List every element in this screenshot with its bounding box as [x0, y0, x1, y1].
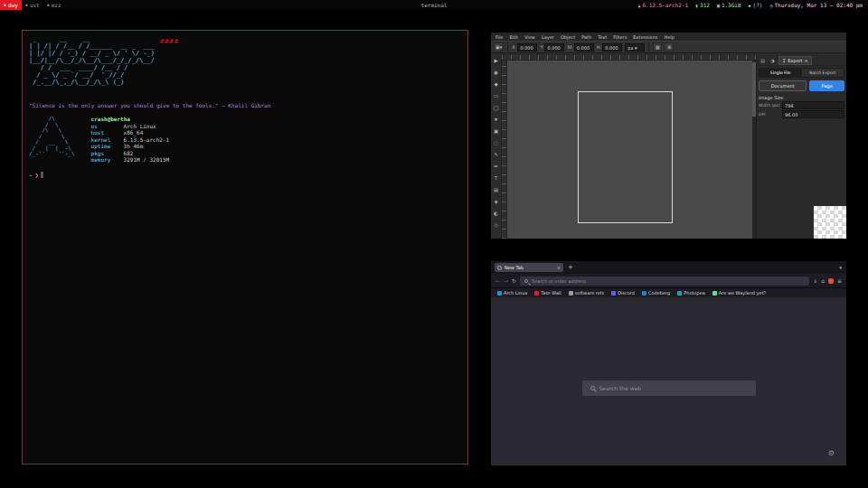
newtab-search-bar[interactable]: Search the web: [582, 380, 756, 396]
grid-toggle-button[interactable]: ▦: [653, 42, 662, 52]
bookmark-favicon: [569, 291, 573, 296]
status-battery-label: 312: [700, 2, 710, 8]
bookmark-label: Are we Wayland yet?: [719, 290, 766, 296]
tab-new-tab[interactable]: New Tab ×: [495, 263, 563, 272]
new-tab-page: Search the web ⚙: [491, 297, 846, 465]
fetch-info: crash@bertha osArch Linux hostx86_64 ker…: [91, 116, 170, 164]
y-coordinate-field[interactable]: Y: 0.000: [540, 43, 564, 52]
menu-help[interactable]: Help: [664, 34, 674, 40]
tag-label: ust: [30, 2, 40, 8]
terminal-cursor: [41, 172, 43, 178]
newtab-search-placeholder: Search the web: [599, 385, 642, 391]
dialog-icon-b[interactable]: ◑: [769, 56, 777, 64]
back-button[interactable]: ←: [495, 277, 500, 284]
bookmark-favicon: [611, 291, 616, 296]
inkscape-window[interactable]: File Edit View Layer Object Path Text Fi…: [491, 33, 846, 239]
ublock-extension-icon[interactable]: [828, 278, 834, 284]
inkscape-main-area: ▶ ◉ ◆ ▭ ◯ ★ ▣ ◌ ✎ ✏ T ▤ ◈ ◐ ◇ ▤ ◑ ↧ Expo…: [491, 55, 846, 239]
export-tab[interactable]: ↧ Export ×: [778, 56, 812, 65]
reload-button[interactable]: ↻: [512, 277, 516, 284]
inkscape-canvas[interactable]: [502, 55, 756, 239]
document-button[interactable]: Document: [759, 80, 807, 91]
export-width-row: Width (px) 794: [759, 101, 844, 109]
home-button[interactable]: ⌂: [821, 277, 825, 284]
tool-icons-column[interactable]: ▶ ◉ ◆ ▭ ◯ ★ ▣ ◌ ✎ ✏ T ▤ ◈ ◐ ◇: [491, 55, 501, 231]
terminal-content: _ __ __ | | /| / /__ / /______ __ _ ___ …: [23, 31, 467, 183]
status-clock-label: Thursday, Mar 13 — 02:40 pm: [774, 2, 863, 8]
status-battery: ▮ 312: [695, 2, 710, 8]
units-value[interactable]: px ▾: [625, 43, 645, 52]
prompt-symbol: ❯: [35, 172, 39, 178]
navigation-toolbar: ← → ↻ Search or enter address ↓ ⌂ ≡: [491, 274, 846, 287]
bookmark-favicon: [497, 291, 502, 296]
bookmark-discord[interactable]: Discord: [611, 290, 635, 296]
bookmark-tate-wall[interactable]: Tate Wall: [534, 290, 561, 296]
workspace-tag-ust[interactable]: ▪ ust: [22, 0, 43, 10]
page-button[interactable]: Page: [809, 80, 844, 91]
tag-icon: ▪: [25, 3, 28, 7]
single-file-tab[interactable]: Single File: [760, 69, 802, 77]
menu-path[interactable]: Path: [581, 34, 591, 40]
menu-filters[interactable]: Filters: [613, 34, 627, 40]
terminal-window[interactable]: _ __ __ | | /| / /__ / /______ __ _ ___ …: [22, 30, 468, 465]
toolbar-separator: [648, 42, 649, 52]
snap-toggle-button[interactable]: ⊞: [665, 42, 674, 52]
menu-view[interactable]: View: [524, 34, 535, 40]
personalize-gear-icon[interactable]: ⚙: [828, 449, 835, 457]
batch-export-tab[interactable]: Batch Export: [802, 69, 844, 77]
image-size-heading: Image Size: [759, 95, 844, 100]
document-page-border[interactable]: [578, 91, 673, 223]
status-modules: ▲ 6.13.5-arch2-1 ▮ 312 ▦ 1.3GiB ◆ (?) ◷ …: [637, 2, 868, 8]
x-value[interactable]: 0.000: [517, 43, 537, 52]
bookmark-software-refs[interactable]: software refs: [569, 290, 604, 296]
h-value[interactable]: 0.000: [602, 43, 622, 52]
menu-text[interactable]: Text: [598, 34, 607, 40]
w-value[interactable]: 0.000: [574, 43, 594, 52]
shell-prompt[interactable]: ~ ❯: [29, 172, 461, 178]
bookmark-codeberg[interactable]: Codeberg: [642, 290, 670, 296]
width-px-input[interactable]: 794: [782, 101, 844, 109]
fetch-label: host: [91, 129, 124, 136]
menu-layer[interactable]: Layer: [542, 34, 554, 40]
menu-extensions[interactable]: Extensions: [633, 34, 657, 40]
inkscape-toolbox[interactable]: ▶ ◉ ◆ ▭ ◯ ★ ▣ ◌ ✎ ✏ T ▤ ◈ ◐ ◇: [491, 55, 502, 239]
arch-icon: ▲: [637, 3, 640, 8]
fetch-row-os: osArch Linux: [91, 123, 170, 130]
bookmark-photopea[interactable]: Photopea: [677, 290, 705, 296]
arch-ascii-logo: /\ / \ /\ \ / \ / __ \ / | | -\ /_-'' ''…: [29, 116, 75, 164]
y-value[interactable]: 0.000: [544, 43, 564, 52]
export-preview-checkerboard: [814, 206, 846, 239]
menu-object[interactable]: Object: [561, 34, 575, 40]
bookmark-arch-linux[interactable]: Arch Linux: [497, 290, 527, 296]
dpi-input[interactable]: 96.00: [782, 110, 844, 118]
ascii-art-accent: ####: [160, 38, 179, 45]
bookmark-are-we-wayland-yet[interactable]: Are we Wayland yet?: [712, 290, 766, 296]
menu-button[interactable]: ≡: [837, 277, 842, 284]
width-field[interactable]: W: 0.000: [567, 43, 593, 52]
list-all-tabs-icon[interactable]: ▾: [839, 265, 842, 270]
forward-button[interactable]: →: [504, 277, 508, 284]
menu-file[interactable]: File: [495, 34, 503, 40]
address-bar[interactable]: Search or enter address: [520, 277, 809, 286]
address-bar-placeholder: Search or enter address: [532, 278, 586, 284]
new-tab-button[interactable]: +: [568, 264, 573, 271]
workspace-tag-mzz[interactable]: ▪ mzz: [43, 0, 65, 10]
select-mode-button[interactable]: ▣ ▾: [494, 42, 504, 52]
close-icon[interactable]: ×: [805, 58, 808, 63]
workspace-tag-dwy[interactable]: ▪ dwy: [0, 0, 22, 10]
bookmark-label: Photopea: [684, 290, 705, 296]
search-icon: [590, 386, 595, 390]
menu-edit[interactable]: Edit: [509, 34, 518, 40]
fetch-label: kernel: [91, 136, 124, 144]
units-dropdown[interactable]: px ▾: [625, 43, 645, 52]
x-coordinate-field[interactable]: X: 0.000: [512, 43, 537, 52]
bookmark-label: Codeberg: [648, 290, 670, 296]
downloads-button[interactable]: ↓: [813, 277, 817, 284]
dialog-icon-a[interactable]: ▤: [759, 56, 767, 64]
status-memory-label: 1.3GiB: [722, 2, 741, 8]
firefox-window[interactable]: New Tab × + ▾ ← → ↻ Search or enter addr…: [491, 261, 846, 465]
tab-title: New Tab: [505, 265, 524, 270]
height-field[interactable]: H: 0.000: [597, 43, 622, 52]
tab-close-icon[interactable]: ×: [557, 265, 561, 270]
chevron-down-icon: ▾: [500, 44, 503, 50]
